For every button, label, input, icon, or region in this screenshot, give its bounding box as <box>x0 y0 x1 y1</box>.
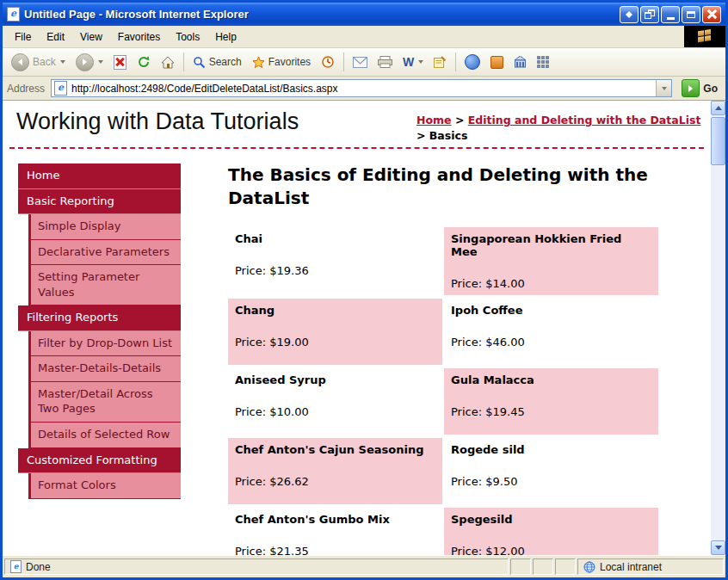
scroll-down-button[interactable] <box>711 540 725 555</box>
menu-bar: File Edit View Favorites Tools Help <box>3 26 725 48</box>
address-url: http://localhost:2498/Code/EditDeleteDat… <box>71 83 651 95</box>
menu-tools[interactable]: Tools <box>169 28 207 46</box>
address-bar: Address e http://localhost:2498/Code/Edi… <box>3 77 725 101</box>
right-arrow-icon <box>629 11 632 18</box>
breadcrumb-section-link[interactable]: Editing and Deleting with the DataList <box>468 114 701 126</box>
page-main: Home Basic Reporting Simple Display Decl… <box>3 149 711 555</box>
edit-word-button[interactable]: W <box>398 52 428 71</box>
product-name: Gula Malacca <box>451 373 651 386</box>
search-button[interactable]: Search <box>188 53 246 71</box>
scroll-down-icon <box>715 546 722 550</box>
security-zone-label: Local intranet <box>600 561 662 573</box>
sidebar-item-customized-formatting[interactable]: Customized Formatting <box>18 448 181 474</box>
page-title: The Basics of Editing and Deleting with … <box>228 164 676 210</box>
close-button[interactable] <box>702 6 721 23</box>
title-bar[interactable]: e Untitled Page - Microsoft Internet Exp… <box>3 3 725 26</box>
notes-button[interactable] <box>429 53 451 71</box>
security-zone-pane: Local intranet <box>577 558 724 575</box>
vertical-scrollbar[interactable] <box>711 101 725 555</box>
sidebar-item-declarative-parameters[interactable]: Declarative Parameters <box>28 240 181 266</box>
sidebar-item-home[interactable]: Home <box>18 164 181 189</box>
product-cell: Aniseed SyrupPrice: $10.00 <box>228 368 442 435</box>
maximize-button[interactable] <box>682 6 700 23</box>
back-dropdown-icon <box>60 60 65 64</box>
menu-edit[interactable]: Edit <box>40 28 71 46</box>
address-input[interactable]: e http://localhost:2498/Code/EditDeleteD… <box>51 79 672 97</box>
product-price: Price: $19.45 <box>451 405 651 418</box>
address-dropdown-button[interactable] <box>656 80 671 96</box>
product-price: Price: $19.36 <box>235 264 435 277</box>
sidebar-item-filter-by-dropdown-list[interactable]: Filter by Drop-Down List <box>28 331 181 357</box>
sidebar-item-label: Master-Details-Details <box>38 361 161 374</box>
print-button[interactable] <box>373 53 397 71</box>
menu-help[interactable]: Help <box>208 28 244 46</box>
window-arrows-button[interactable] <box>620 6 639 23</box>
mail-button[interactable] <box>349 54 372 71</box>
ie-page-icon: e <box>7 7 20 22</box>
product-cell: Singaporean Hokkien Fried MeePrice: $14.… <box>444 227 658 295</box>
stop-button[interactable] <box>109 52 131 72</box>
windows-flag-icon <box>698 29 713 44</box>
window-cascade-button[interactable] <box>640 6 659 23</box>
maximize-icon <box>687 11 695 18</box>
sidebar-item-label: Customized Formatting <box>27 454 157 466</box>
scrollbar-thumb[interactable] <box>711 117 725 165</box>
minimize-button[interactable] <box>661 6 680 23</box>
history-button[interactable] <box>317 52 339 71</box>
history-icon <box>321 55 335 69</box>
status-pane <box>533 558 553 575</box>
sidebar-item-basic-reporting[interactable]: Basic Reporting <box>18 189 181 215</box>
standard-toolbar: Back Search Favorites <box>3 48 725 77</box>
status-text: Done <box>26 561 51 573</box>
menu-file[interactable]: File <box>8 28 38 46</box>
status-message-pane: e Done <box>4 558 509 575</box>
sidebar-item-setting-parameter-values[interactable]: Setting Parameter Values <box>28 265 181 305</box>
forward-dropdown-icon <box>98 60 103 64</box>
product-cell: ChaiPrice: $19.36 <box>228 227 442 295</box>
forward-button[interactable] <box>71 51 108 74</box>
product-name: Chang <box>235 304 435 317</box>
product-price: Price: $12.00 <box>451 545 651 555</box>
go-label: Go <box>703 83 718 95</box>
sidebar-item-label: Filtering Reports <box>27 311 118 324</box>
sidebar-item-format-colors[interactable]: Format Colors <box>28 473 181 499</box>
breadcrumb-separator: > <box>455 114 464 126</box>
tiles-button[interactable] <box>533 53 553 71</box>
scroll-up-button[interactable] <box>711 101 725 115</box>
sidebar-item-details-of-selected-row[interactable]: Details of Selected Row <box>28 423 181 448</box>
window-title: Untitled Page - Microsoft Internet Explo… <box>24 8 615 21</box>
favorites-label: Favorites <box>268 56 311 68</box>
menu-view[interactable]: View <box>73 28 109 46</box>
go-button[interactable]: Go <box>678 78 721 98</box>
sidebar-item-master-detail-across-two-pages[interactable]: Master/Detail Across Two Pages <box>28 382 181 423</box>
menu-favorites[interactable]: Favorites <box>111 28 167 46</box>
forward-icon <box>76 53 94 71</box>
status-bar: e Done Local intranet <box>3 555 725 577</box>
back-button[interactable]: Back <box>7 51 70 74</box>
refresh-button[interactable] <box>133 52 155 71</box>
favorites-button[interactable]: Favorites <box>248 53 315 71</box>
sidebar-item-simple-display[interactable]: Simple Display <box>28 214 181 240</box>
messenger-button[interactable] <box>460 52 484 72</box>
messenger-icon <box>465 54 480 70</box>
chevron-down-icon <box>662 87 667 90</box>
product-cell: Chef Anton's Cajun SeasoningPrice: $26.6… <box>228 438 442 504</box>
product-price: Price: $26.62 <box>235 475 435 488</box>
breadcrumb-home-link[interactable]: Home <box>416 114 452 126</box>
product-cell: SpegesildPrice: $12.00 <box>444 508 658 555</box>
product-cell: Ipoh CoffeePrice: $46.00 <box>444 299 658 365</box>
main-content: The Basics of Editing and Deleting with … <box>228 164 658 555</box>
research-button[interactable] <box>486 53 508 71</box>
product-cell: Rogede sildPrice: $9.50 <box>444 438 658 504</box>
page-viewport: Working with Data Tutorials Home > Editi… <box>3 101 725 555</box>
sites-button[interactable] <box>509 53 531 71</box>
product-name: Spegesild <box>451 513 651 526</box>
home-button[interactable] <box>157 53 179 71</box>
product-price: Price: $9.50 <box>451 475 651 488</box>
mail-icon <box>353 57 367 68</box>
sidebar-nav: Home Basic Reporting Simple Display Decl… <box>18 164 181 555</box>
sidebar-item-filtering-reports[interactable]: Filtering Reports <box>18 305 181 331</box>
sidebar-item-label: Setting Parameter Values <box>38 270 139 299</box>
favorites-star-icon <box>252 56 265 69</box>
sidebar-item-master-details-details[interactable]: Master-Details-Details <box>28 356 181 382</box>
